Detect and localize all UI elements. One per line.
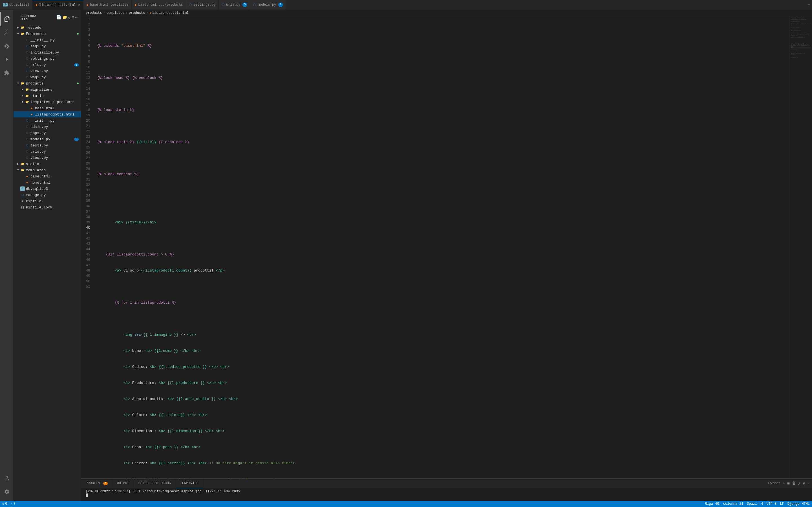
warning-icon: ⚠	[10, 502, 12, 506]
activity-git-icon[interactable]	[0, 39, 13, 53]
ln10: 10	[86, 64, 90, 70]
sidebar-item-pipfile[interactable]: ≡ Pipfile	[13, 198, 81, 204]
code-line-20: <img src={{ l.immagine }} /> <br>	[97, 332, 790, 337]
activity-account-icon[interactable]	[0, 471, 13, 485]
tab-close-button[interactable]: ×	[78, 3, 80, 7]
sidebar-item-wsgi-py[interactable]: ⬡ wsgi.py	[13, 74, 81, 80]
sidebar-item-models-py[interactable]: ⬡ models.py 2	[13, 136, 81, 142]
collapse-panel-icon[interactable]: ∨	[803, 481, 805, 486]
sidebar-item-static[interactable]: ▶ 📁 static	[13, 93, 81, 99]
status-eol[interactable]: LF	[780, 502, 784, 506]
tab-terminale[interactable]: TERMINALE	[175, 478, 203, 488]
close-panel-icon[interactable]: ×	[808, 481, 810, 486]
ln21: 21	[86, 123, 90, 129]
arrow-icon: ▼	[16, 169, 20, 172]
activity-extensions-icon[interactable]	[0, 66, 13, 80]
sidebar-item-init-py-1[interactable]: ⬡ __init__.py	[13, 37, 81, 43]
more-icon[interactable]: ⋯	[75, 15, 78, 20]
expand-icon[interactable]: ∧	[798, 481, 801, 486]
status-bar-left: ✕ 0 ⚠ 7	[2, 502, 15, 506]
status-encoding[interactable]: UTF-8	[766, 502, 776, 506]
line-col-label: Riga 40, colonna 21	[705, 502, 744, 506]
sidebar-item-initialize-py[interactable]: ⬡ initialize.py	[13, 49, 81, 55]
sidebar-item-listaprodotti[interactable]: ◆ listaprodotti.html	[13, 111, 81, 117]
sidebar-item-urls-py-2[interactable]: ⬡ urls.py	[13, 149, 81, 155]
code-content[interactable]: {% extends "base.html" %} {%block head %…	[95, 16, 790, 478]
breadcrumb-products[interactable]: products	[86, 11, 102, 15]
sidebar-item-admin-py[interactable]: ⬡ admin.py	[13, 124, 81, 130]
python-indicator: Python	[768, 482, 780, 485]
sidebar-item-migrations[interactable]: ▶ 📁 migrations	[13, 87, 81, 93]
new-file-icon[interactable]: 📄	[56, 15, 61, 20]
breadcrumb-products-2[interactable]: products	[129, 11, 145, 15]
split-icon[interactable]: ⊟	[787, 481, 790, 486]
terminal-line: [20/Jul/2022 17:38:37] "GET /products/im…	[86, 490, 808, 494]
status-line[interactable]: Riga 40, colonna 21	[705, 502, 744, 506]
sidebar-item-ecommerce[interactable]: ▼ 📂 Ecommerce	[13, 31, 81, 37]
sidebar-item-manage-py[interactable]: ⬡ manage.py	[13, 192, 81, 198]
py-icon: ⬡	[25, 56, 29, 61]
tab-models-py[interactable]: ⬡ models.py 2	[250, 0, 286, 10]
status-warnings[interactable]: ⚠ 7	[10, 502, 15, 506]
breadcrumb-file[interactable]: listaprodotti.html	[152, 11, 189, 15]
minimap: {% extends "base.html" %} {%block head %…	[790, 16, 812, 478]
sidebar-item-init-py-2[interactable]: ⬡ __init__.py	[13, 117, 81, 124]
plus-icon[interactable]: +	[783, 481, 785, 486]
activity-explorer-icon[interactable]	[0, 12, 13, 25]
trash-icon[interactable]: 🗑	[792, 481, 796, 486]
ln30: 30	[86, 172, 90, 177]
folder-icon: 📁	[20, 25, 25, 30]
activity-settings-icon[interactable]	[0, 485, 13, 499]
breadcrumb-templates[interactable]: templates	[106, 11, 124, 15]
sidebar-item-products[interactable]: ▼ 📂 products	[13, 80, 81, 87]
activity-search-icon[interactable]	[0, 25, 13, 39]
sidebar-item-base-html-1[interactable]: ◆ base.html	[13, 105, 81, 111]
file-name: migrations	[31, 88, 52, 92]
sidebar-item-base-html-2[interactable]: ◆ base.html	[13, 173, 81, 179]
sqlite-icon: db	[3, 3, 8, 6]
status-errors[interactable]: ✕ 0	[2, 502, 7, 506]
sidebar-item-pipfile-lock[interactable]: {} Pipfile.lock	[13, 204, 81, 210]
sidebar-item-apps-py[interactable]: ⬡ apps.py	[13, 130, 81, 136]
sidebar: ESPLORA RIS... 📄 📁 ↺ ⊟ ⋯ ▶ 📁 .vscode ▼ 📂…	[13, 10, 81, 501]
tab-db-sqlite3[interactable]: db db.sqlite3	[0, 0, 33, 10]
sidebar-item-urls-py[interactable]: ⬡ urls.py 5	[13, 62, 81, 68]
tab-console-debug[interactable]: CONSOLE DI DEBUG	[134, 478, 175, 488]
arrow-icon: ▶	[16, 162, 20, 166]
sidebar-item-db-sqlite3[interactable]: db db.sqlite3	[13, 186, 81, 192]
editor-with-minimap: 1 2 3 4 5 6 7 8 9 10 11 12 13 14 15 16 1	[81, 16, 812, 478]
tab-base-html-templates[interactable]: ◆ base.html templates	[84, 0, 132, 10]
sidebar-item-views-py-1[interactable]: ⬡ views.py	[13, 68, 81, 74]
sidebar-item-templates-products[interactable]: ▼ 📂 templates / products	[13, 99, 81, 105]
ln24: 24	[86, 139, 90, 145]
file-name: templates / products	[31, 100, 74, 104]
sidebar-item-static-2[interactable]: ▶ 📁 static	[13, 161, 81, 167]
sidebar-item-settings-py[interactable]: ⬡ settings.py	[13, 55, 81, 62]
sidebar-item-views-py-2[interactable]: ⬡ views.py	[13, 155, 81, 161]
sidebar-item-tests-py[interactable]: ⬡ tests.py	[13, 142, 81, 149]
py-icon: ⬡	[189, 3, 192, 7]
sidebar-item-home-html[interactable]: ◆ home.html	[13, 179, 81, 186]
activity-bar-bottom	[0, 471, 13, 499]
tab-problemi[interactable]: PROBLEMI 7	[81, 478, 112, 488]
tab-listaprodotti[interactable]: ◆ listaprodotti.html ×	[33, 0, 84, 10]
split-editor-icon[interactable]: ⋯	[808, 3, 810, 7]
sidebar-item-vscode[interactable]: ▶ 📁 .vscode	[13, 24, 81, 31]
activity-debug-icon[interactable]	[0, 53, 13, 66]
status-language[interactable]: Django HTML	[788, 502, 810, 506]
file-name: admin.py	[31, 125, 48, 129]
editor-area: products › templates › products › ◆ list…	[81, 10, 812, 501]
code-editor[interactable]: 1 2 3 4 5 6 7 8 9 10 11 12 13 14 15 16 1	[81, 16, 790, 478]
file-name: templates	[26, 168, 46, 172]
tab-base-html-products[interactable]: ◆ base.html .../products	[132, 0, 186, 10]
status-spaces[interactable]: Spazi: 4	[747, 502, 763, 506]
refresh-icon[interactable]: ↺	[68, 15, 70, 20]
sidebar-item-templates[interactable]: ▼ 📂 templates	[13, 167, 81, 173]
new-folder-icon[interactable]: 📁	[62, 15, 67, 20]
collapse-icon[interactable]: ⊟	[71, 15, 74, 20]
sidebar-item-asgi-py[interactable]: ⬡ asgi.py	[13, 43, 81, 49]
file-name: apps.py	[31, 131, 46, 135]
tab-output[interactable]: OUTPUT	[112, 478, 134, 488]
tab-settings-py[interactable]: ⬡ settings.py	[186, 0, 219, 10]
tab-urls-py[interactable]: ⬡ urls.py 5	[219, 0, 250, 10]
